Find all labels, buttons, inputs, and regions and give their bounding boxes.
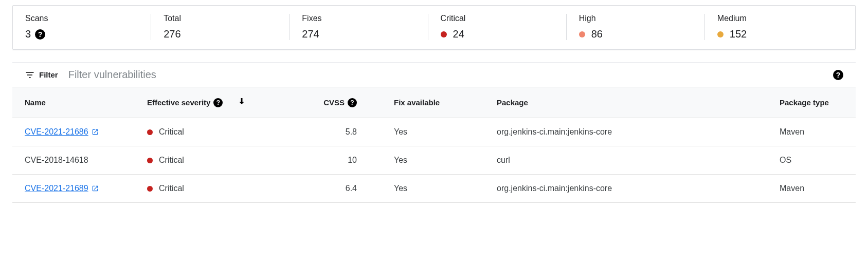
stat-value-row: 3 ? <box>25 28 151 40</box>
col-fix[interactable]: Fix available <box>388 87 491 118</box>
package-name: curl <box>491 146 773 175</box>
stat-value: 24 <box>453 28 464 40</box>
cve-name: CVE-2018-14618 <box>25 156 88 164</box>
stat-high: High 86 <box>566 14 704 40</box>
cvss-value: 10 <box>300 146 388 175</box>
severity-text: Critical <box>159 127 184 137</box>
package-type: Maven <box>773 118 856 146</box>
help-icon[interactable]: ? <box>213 98 223 107</box>
stat-value-row: 276 <box>164 28 289 40</box>
severity-dot <box>147 129 153 135</box>
vulnerabilities-table: Name Effective severity ? CVSS ? <box>12 87 856 203</box>
external-link-icon <box>92 128 99 136</box>
stat-total: Total 276 <box>151 14 289 40</box>
stat-value-row: 86 <box>579 28 704 40</box>
fix-available: Yes <box>388 146 491 175</box>
stat-label: Scans <box>25 14 151 23</box>
package-type: Maven <box>773 175 856 203</box>
cve-name: CVE-2021-21686 <box>25 127 88 137</box>
severity-dot-medium <box>717 31 724 37</box>
fix-available: Yes <box>388 118 491 146</box>
stat-critical: Critical 24 <box>428 14 566 40</box>
stat-label: Medium <box>717 14 843 23</box>
stat-value: 3 <box>25 28 31 40</box>
filter-icon <box>25 70 35 80</box>
severity-text: Critical <box>159 184 184 193</box>
stat-value: 276 <box>164 28 180 40</box>
filter-bar: Filter ? <box>12 62 856 87</box>
stat-fixes: Fixes 274 <box>289 14 427 40</box>
stat-scans: Scans 3 ? <box>25 14 151 40</box>
cve-name: CVE-2021-21689 <box>25 184 88 193</box>
stat-value-row: 274 <box>302 28 427 40</box>
col-name[interactable]: Name <box>12 87 141 118</box>
severity-text: Critical <box>159 156 184 165</box>
stat-label: Critical <box>441 14 566 23</box>
sort-descending-icon[interactable] <box>237 97 246 108</box>
cve-link[interactable]: CVE-2021-21686 <box>25 127 99 137</box>
package-type: OS <box>773 146 856 175</box>
stat-value-row: 24 <box>441 28 566 40</box>
stat-label: Fixes <box>302 14 427 23</box>
cvss-value: 5.8 <box>300 118 388 146</box>
stat-label: Total <box>164 14 289 23</box>
col-severity[interactable]: Effective severity ? <box>141 87 300 118</box>
fix-available: Yes <box>388 175 491 203</box>
stat-value: 152 <box>730 28 747 40</box>
package-name: org.jenkins-ci.main:jenkins-core <box>491 118 773 146</box>
col-package-type[interactable]: Package type <box>773 87 856 118</box>
severity-dot <box>147 158 153 163</box>
col-cvss[interactable]: CVSS ? <box>300 87 388 118</box>
severity-dot-critical <box>441 31 447 37</box>
help-icon[interactable]: ? <box>833 70 843 80</box>
col-package[interactable]: Package <box>491 87 773 118</box>
stat-medium: Medium 152 <box>704 14 843 40</box>
external-link-icon <box>92 185 99 192</box>
severity-cell: Critical <box>147 127 294 137</box>
severity-dot-high <box>579 31 585 37</box>
help-icon[interactable]: ? <box>348 98 357 107</box>
package-name: org.jenkins-ci.main:jenkins-core <box>491 175 773 203</box>
stats-card: Scans 3 ? Total 276 Fixes 274 Critical 2… <box>12 5 856 50</box>
filter-input[interactable] <box>68 69 829 81</box>
stat-value-row: 152 <box>717 28 843 40</box>
filter-label: Filter <box>39 70 58 79</box>
table-row: CVE-2021-21686Critical5.8Yesorg.jenkins-… <box>12 118 856 146</box>
severity-dot <box>147 186 153 192</box>
stat-value: 274 <box>302 28 319 40</box>
stat-label: High <box>579 14 704 23</box>
stat-value: 86 <box>591 28 603 40</box>
cve-link[interactable]: CVE-2021-21689 <box>25 184 99 193</box>
table-header-row: Name Effective severity ? CVSS ? <box>12 87 856 118</box>
cvss-value: 6.4 <box>300 175 388 203</box>
table-row: CVE-2018-14618Critical10YescurlOS <box>12 146 856 175</box>
help-icon[interactable]: ? <box>35 29 45 40</box>
severity-cell: Critical <box>147 184 294 193</box>
table-row: CVE-2021-21689Critical6.4Yesorg.jenkins-… <box>12 175 856 203</box>
severity-cell: Critical <box>147 156 294 165</box>
